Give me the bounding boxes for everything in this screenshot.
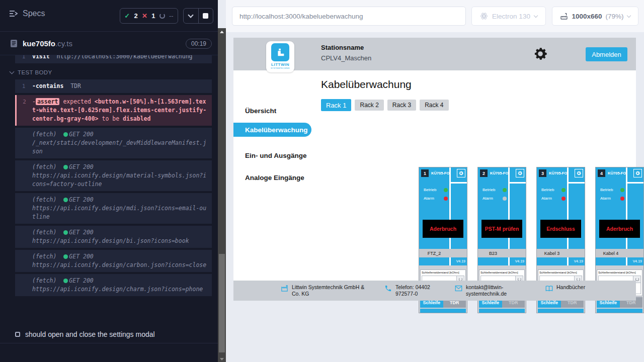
fetch-status: GET 200 bbox=[69, 253, 93, 260]
alarm-led bbox=[561, 197, 566, 201]
sidebar-item-label: Ein- und Ausgänge bbox=[245, 152, 307, 159]
cable-name: Kabel 3 bbox=[537, 251, 567, 256]
scroll-down-arrow-icon[interactable] bbox=[220, 358, 224, 360]
alarm-led bbox=[444, 197, 448, 201]
specs-label: Specs bbox=[23, 9, 45, 18]
pending-icon bbox=[159, 13, 165, 19]
footer-company-text: Littwin Systemtechnik GmbH & Co. KG bbox=[292, 284, 367, 297]
pending-test-row[interactable]: should open and close the settings modal bbox=[0, 326, 218, 343]
fetch-label: (fetch) bbox=[32, 196, 56, 203]
fetch-log-row[interactable]: (fetch) GET 200 /_next/static/developmen… bbox=[15, 128, 212, 158]
status-dot-icon bbox=[63, 230, 68, 235]
sidebar-item--bersicht[interactable]: Übersicht bbox=[233, 104, 312, 118]
command-name: visit bbox=[32, 55, 50, 60]
specs-toggle[interactable]: Specs bbox=[9, 9, 45, 18]
fetch-log-row[interactable]: (fetch) GET 200 https://api.iconify.desi… bbox=[15, 226, 212, 248]
device-number-badge: 3 bbox=[539, 169, 546, 177]
footer-company: Littwin Systemtechnik GmbH & Co. KG bbox=[281, 284, 385, 297]
fetch-log-row[interactable]: (fetch) GET 200 https://api.iconify.desi… bbox=[15, 274, 212, 296]
cable-name-bar: Kabel 3 bbox=[537, 249, 585, 257]
betrieb-led bbox=[503, 188, 507, 192]
assert-tobe: to be bbox=[102, 115, 120, 122]
test-stats: ✓ 2 ✕ 1 -- bbox=[120, 8, 178, 24]
cable-name-bar: FTZ_2 bbox=[419, 249, 467, 257]
spec-ext: .cy.ts bbox=[55, 39, 72, 48]
device-settings-button[interactable] bbox=[516, 169, 524, 177]
footer-phone-text[interactable]: Telefon: 04402 972577-0 bbox=[395, 284, 446, 297]
rack-tab-1[interactable]: Rack 1 bbox=[321, 99, 351, 111]
viewport-zoom: (79%) bbox=[606, 13, 624, 20]
factory-icon bbox=[281, 285, 288, 297]
device-model: KÜ705-FO bbox=[490, 171, 508, 175]
alarm-label: Alarm bbox=[424, 196, 434, 201]
spec-row[interactable]: kue705fo.cy.ts 00:19 bbox=[0, 32, 218, 55]
command-visit[interactable]: 1 visit http://localhost:3000/kabelueber… bbox=[15, 55, 212, 63]
status-dot-icon bbox=[63, 132, 68, 137]
footer-manuals[interactable]: Handbücher bbox=[545, 284, 585, 292]
device-model: KÜ705-FO bbox=[431, 171, 449, 175]
command-contains[interactable]: 1 -contains TDR bbox=[15, 79, 212, 93]
scroll-up-arrow-icon[interactable] bbox=[220, 31, 224, 33]
status-display: Aderbruch bbox=[599, 220, 640, 238]
chevron-down-icon bbox=[188, 12, 194, 18]
pending-test-title: should open and close the settings modal bbox=[25, 330, 155, 338]
rack-tab-2[interactable]: Rack 2 bbox=[355, 100, 383, 111]
fetch-log-row[interactable]: (fetch) GET 200 https://api.iconify.desi… bbox=[15, 160, 212, 191]
sidebar-item-ein-und-ausg-nge[interactable]: Ein- und Ausgänge bbox=[233, 148, 312, 162]
runner-actions bbox=[183, 8, 213, 24]
browser-selector[interactable]: Electron 130 bbox=[471, 7, 546, 26]
failed-count: 1 bbox=[151, 12, 155, 20]
url-input[interactable] bbox=[232, 7, 466, 26]
settings-button[interactable] bbox=[532, 46, 548, 62]
spec-duration-badge: 00:19 bbox=[186, 39, 212, 49]
spec-file-icon bbox=[10, 39, 18, 48]
alarm-label: Alarm bbox=[541, 196, 552, 201]
command-assert-failed[interactable]: 2 -assert expected <button.w-[50%].h-[1.… bbox=[15, 95, 212, 126]
fetch-status: GET 200 bbox=[69, 229, 93, 236]
rack-tab-4[interactable]: Rack 4 bbox=[420, 100, 448, 111]
viewport-selector[interactable]: 1000x660 (79%) bbox=[552, 7, 638, 26]
pending-test-icon bbox=[15, 332, 20, 337]
command-number: 1 bbox=[15, 55, 32, 61]
alarm-led bbox=[620, 197, 624, 201]
gear-icon bbox=[532, 46, 548, 62]
fetch-label: (fetch) bbox=[32, 163, 56, 170]
logout-button[interactable]: Abmelden bbox=[586, 47, 627, 61]
footer-phone: Telefon: 04402 972577-0 bbox=[384, 284, 448, 297]
sidebar-item-analoge-eing-nge[interactable]: Analoge Eingänge bbox=[233, 170, 312, 185]
runner-toolbar: Electron 130 1000x660 (79%) bbox=[226, 0, 644, 32]
status-dot-icon bbox=[63, 198, 68, 202]
fetch-url: https://api.iconify.design/charm.json?ic… bbox=[32, 285, 208, 294]
sidebar-item-label: Analoge Eingänge bbox=[245, 174, 304, 182]
device-settings-button[interactable] bbox=[633, 169, 642, 177]
assert-dash: - bbox=[32, 98, 36, 105]
fetch-log-row[interactable]: (fetch) GET 200 https://api.iconify.desi… bbox=[15, 193, 212, 224]
stop-button[interactable] bbox=[198, 9, 213, 23]
fetch-label: (fetch) bbox=[32, 229, 56, 236]
section-chevron-icon bbox=[10, 69, 15, 74]
rack-tabs: Rack 1Rack 2Rack 3Rack 4 bbox=[321, 99, 449, 111]
cable-name: FTZ_2 bbox=[419, 251, 449, 256]
status-text: PST-M prüfen bbox=[485, 226, 519, 232]
status-display: Aderbruch bbox=[423, 220, 463, 238]
cypress-scrollbar[interactable] bbox=[218, 28, 226, 362]
fetch-status: GET 200 bbox=[69, 131, 93, 138]
device-settings-button[interactable] bbox=[457, 169, 465, 177]
sidebar-item-kabel-berwachung[interactable]: Kabelüberwachung bbox=[233, 123, 311, 137]
test-body-section[interactable]: TEST BODY bbox=[10, 69, 218, 75]
collapse-button[interactable] bbox=[184, 9, 198, 23]
device-number-badge: 4 bbox=[598, 169, 605, 177]
rack-tab-3[interactable]: Rack 3 bbox=[387, 100, 416, 111]
command-arg: http://localhost:3000/kabelueberwachung bbox=[56, 55, 192, 60]
app-footer: Littwin Systemtechnik GmbH & Co. KG Tele… bbox=[233, 281, 636, 301]
fetch-log-row[interactable]: (fetch) GET 200 https://api.iconify.desi… bbox=[15, 250, 212, 272]
scrollbar-thumb[interactable] bbox=[219, 254, 225, 352]
cable-name: B23 bbox=[478, 251, 508, 256]
fetch-url: https://api.iconify.design/mdi.json?icon… bbox=[32, 204, 208, 221]
gear-icon bbox=[576, 170, 582, 176]
card-divider bbox=[626, 182, 644, 184]
fetch-url: https://api.iconify.design/material-symb… bbox=[32, 171, 208, 189]
device-settings-button[interactable] bbox=[575, 169, 583, 177]
command-number: 2 bbox=[17, 98, 32, 123]
footer-email-text[interactable]: kontakt@littwin-systemtechnik.de bbox=[466, 284, 519, 297]
